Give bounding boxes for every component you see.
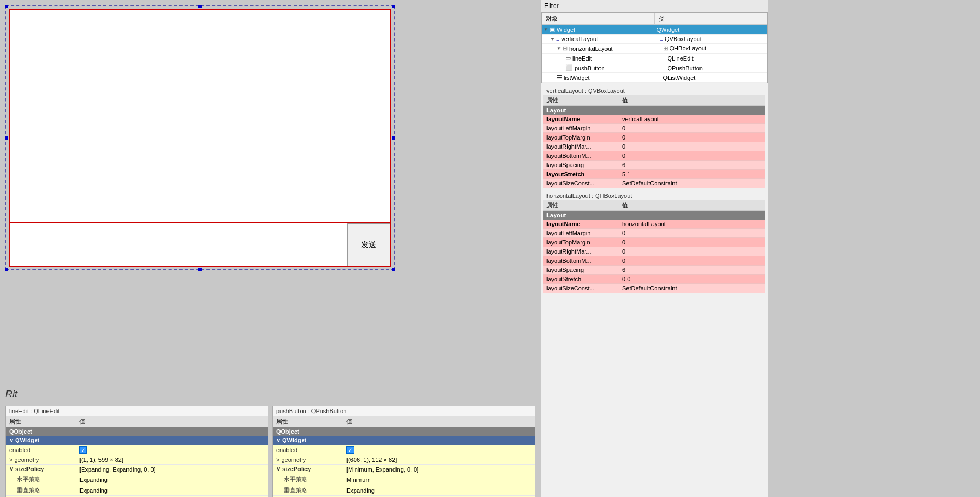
pb-section-qobject: QObject (273, 427, 535, 436)
tree-row-horizontal-layout[interactable]: ▼ ⊞ horizontalLayout ⊞ QHBoxLayout (542, 44, 767, 54)
pushbutton-name: pushButton (575, 65, 605, 71)
pb-enabled-checkbox[interactable]: ✓ (346, 446, 354, 454)
rit-label: Rit (5, 389, 17, 400)
tree-header: 对象 类 (542, 13, 767, 25)
hlayout-props-section: horizontalLayout : QHBoxLayout 属性 值 Layo… (543, 191, 765, 293)
listwidget-type: QListWidget (661, 74, 768, 82)
pb-col-val: 值 (343, 416, 535, 427)
vlayout-type: ≡ QVBoxLayout (658, 35, 768, 43)
line-edit-panel: lineEdit : QLineEdit 属性 值 QObject ∨ Q (5, 406, 268, 497)
lineedit-icon: ▭ (565, 55, 571, 62)
vl-row-leftmargin: layoutLeftMargin 0 (543, 124, 765, 133)
le-row-sizepolicy[interactable]: ∨ sizePolicy [Expanding, Expanding, 0, 0… (6, 465, 268, 474)
le-enabled-checkbox[interactable]: ✓ (79, 446, 87, 454)
pushbutton-icon: ⬜ (565, 64, 573, 71)
le-section-qwidget: ∨ QWidget (6, 436, 268, 445)
tree-row-lineedit[interactable]: ▭ lineEdit QLineEdit (542, 54, 767, 63)
hl-layout-label: Layout (543, 211, 765, 220)
pb-row-hpolicy: 水平策略 Minimum (273, 474, 535, 485)
handle-mr[interactable] (392, 136, 395, 140)
pushbutton-type: QPushButton (665, 64, 768, 72)
vl-col-attr: 属性 (543, 95, 619, 106)
le-section-qobject: QObject (6, 427, 268, 436)
chat-input-row: 发送 (10, 223, 390, 266)
hl-row-bottommargin: layoutBottomM... 0 (543, 256, 765, 266)
le-row-hpolicy: 水平策略 Expanding (6, 474, 268, 485)
design-frame: 发送 (5, 5, 395, 270)
lineedit-type: QLineEdit (665, 54, 768, 63)
hl-layout-section-row: Layout (543, 211, 765, 220)
pb-section-qwidget: ∨ QWidget (273, 436, 535, 445)
canvas-area: 发送 Rit (0, 0, 541, 406)
le-col-prop: 属性 (6, 416, 76, 427)
tree-row-listwidget[interactable]: ☰ listWidget QListWidget (542, 73, 767, 83)
pb-row-enabled: enabled ✓ (273, 445, 535, 455)
le-row-geometry[interactable]: > geometry [(1, 1), 599 × 82] (6, 455, 268, 465)
hlayout-icon: ⊞ (563, 45, 568, 52)
le-row-enabled: enabled ✓ (6, 445, 268, 455)
send-button-preview[interactable]: 发送 (347, 223, 390, 266)
handle-br[interactable] (392, 268, 395, 271)
handle-tl[interactable] (5, 5, 8, 8)
hl-row-topmargin: layoutTopMargin 0 (543, 238, 765, 247)
hl-row-sizeconst: layoutSizeConst... SetDefaultConstraint (543, 284, 765, 293)
chat-display-area (10, 10, 390, 223)
lineedit-name: lineEdit (572, 55, 592, 62)
tree-col-class: 类 (655, 13, 767, 24)
push-button-panel: pushButton : QPushButton 属性 值 QObject (272, 406, 535, 497)
tree-row-widget[interactable]: ▼ ▣ Widget QWidget (542, 25, 767, 35)
listwidget-icon: ☰ (557, 74, 562, 81)
vlayout-type-icon: ≡ (660, 36, 663, 42)
object-tree: 对象 类 ▼ ▣ Widget QWidget ▼ ≡ verticalLayo… (541, 12, 768, 83)
hl-col-attr: 属性 (543, 200, 619, 211)
vl-row-layoutname: layoutName verticalLayout (543, 115, 765, 124)
vlayout-props-section: verticalLayout : QVBoxLayout 属性 值 Layout (543, 87, 765, 188)
expand-icon-hlayout: ▼ (557, 46, 561, 51)
vlayout-name: verticalLayout (561, 36, 598, 42)
vlayout-icon: ≡ (556, 36, 559, 42)
hlayout-type-icon: ⊞ (663, 45, 668, 51)
tree-col-object: 对象 (542, 13, 655, 24)
le-col-val: 值 (76, 416, 268, 427)
handle-bl[interactable] (5, 268, 8, 271)
right-content: verticalLayout : QVBoxLayout 属性 值 Layout (541, 83, 768, 497)
hl-row-rightmargin: layoutRightMar... 0 (543, 247, 765, 256)
line-edit-panel-header: lineEdit : QLineEdit (6, 406, 268, 416)
widget-name: Widget (557, 26, 575, 33)
vl-layout-label: Layout (543, 106, 765, 115)
hlayout-name: horizontalLayout (569, 45, 613, 52)
handle-tr[interactable] (392, 5, 395, 8)
vl-row-bottommargin: layoutBottomM... 0 (543, 151, 765, 161)
tree-row-vertical-layout[interactable]: ▼ ≡ verticalLayout ≡ QVBoxLayout (542, 35, 767, 44)
filter-bar: Filter (541, 0, 768, 12)
filter-label: Filter (544, 2, 559, 10)
vl-row-rightmargin: layoutRightMar... 0 (543, 142, 765, 151)
hl-row-layoutname: layoutName horizontalLayout (543, 220, 765, 229)
handle-tc[interactable] (198, 5, 202, 8)
hl-row-leftmargin: layoutLeftMargin 0 (543, 229, 765, 238)
handle-ml[interactable] (5, 136, 8, 140)
widget-type: QWidget (655, 25, 768, 34)
expand-icon-widget: ▼ (544, 27, 548, 32)
push-button-panel-header: pushButton : QPushButton (273, 406, 535, 416)
hlayout-section-title: horizontalLayout : QHBoxLayout (543, 191, 765, 200)
hl-row-stretch: layoutStretch 0,0 (543, 275, 765, 284)
pb-row-geometry[interactable]: > geometry [(606, 1), 112 × 82] (273, 455, 535, 465)
send-button-label: 发送 (361, 240, 376, 250)
hlayout-type: ⊞ QHBoxLayout (661, 44, 768, 53)
le-row-vpolicy: 垂直策略 Expanding (6, 485, 268, 496)
handle-bc[interactable] (198, 268, 202, 271)
pb-col-prop: 属性 (273, 416, 343, 427)
vl-row-stretch: layoutStretch 5,1 (543, 170, 765, 179)
vl-row-spacing: layoutSpacing 6 (543, 161, 765, 170)
tree-row-pushbutton[interactable]: ⬜ pushButton QPushButton (542, 63, 767, 73)
vl-col-val: 值 (619, 95, 765, 106)
pb-row-sizepolicy[interactable]: ∨ sizePolicy [Minimum, Expanding, 0, 0] (273, 465, 535, 474)
hl-row-spacing: layoutSpacing 6 (543, 266, 765, 275)
line-edit-preview[interactable] (10, 223, 347, 266)
pb-row-vpolicy: 垂直策略 Expanding (273, 485, 535, 496)
listwidget-name: listWidget (564, 75, 590, 81)
hl-col-val: 值 (619, 200, 765, 211)
widget-icon: ▣ (550, 26, 555, 33)
right-panel: Filter 对象 类 ▼ ▣ Widget QWidget ▼ (541, 0, 768, 497)
